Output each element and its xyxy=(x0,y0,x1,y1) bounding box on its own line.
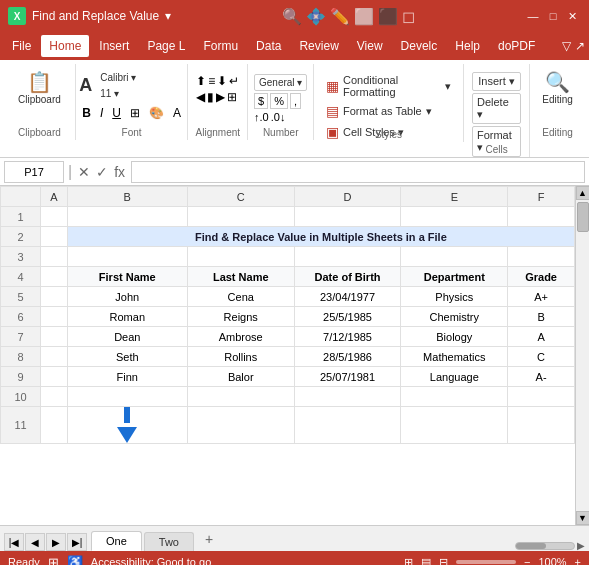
insert-function-icon[interactable]: fx xyxy=(112,162,127,182)
font-size-dropdown[interactable]: 11 ▾ xyxy=(96,86,140,101)
menu-insert[interactable]: Insert xyxy=(91,35,137,57)
cell-f5[interactable]: A+ xyxy=(508,287,575,307)
cell-d3[interactable] xyxy=(294,247,401,267)
align-top-button[interactable]: ⬆ xyxy=(196,74,206,88)
cell-b8[interactable]: Seth xyxy=(67,347,187,367)
sheet-last-button[interactable]: ▶| xyxy=(67,533,87,551)
menu-page-layout[interactable]: Page L xyxy=(139,35,193,57)
cell-a9[interactable] xyxy=(41,367,68,387)
cell-f1[interactable] xyxy=(508,207,575,227)
spreadsheet-grid[interactable]: A B C D E F 1 xyxy=(0,186,575,525)
cell-a11[interactable] xyxy=(41,407,68,444)
cell-b6[interactable]: Roman xyxy=(67,307,187,327)
window-controls[interactable]: — □ ✕ xyxy=(525,8,581,24)
cell-e10[interactable] xyxy=(401,387,508,407)
cell-b5[interactable]: John xyxy=(67,287,187,307)
cell-b3[interactable] xyxy=(67,247,187,267)
cell-f9[interactable]: A- xyxy=(508,367,575,387)
cell-reference-input[interactable] xyxy=(4,161,64,183)
sheet-tab-one[interactable]: One xyxy=(91,531,142,551)
cell-a3[interactable] xyxy=(41,247,68,267)
zoom-in-button[interactable]: + xyxy=(575,556,581,565)
font-name-dropdown[interactable]: Calibri ▾ xyxy=(96,70,140,85)
clipboard-button[interactable]: 📋 Clipboard xyxy=(12,68,67,109)
menu-dopdf[interactable]: doPDF xyxy=(490,35,543,57)
view-normal-icon[interactable]: ⊞ xyxy=(404,556,413,566)
percent-button[interactable]: % xyxy=(270,93,288,109)
cell-e1[interactable] xyxy=(401,207,508,227)
cell-d5[interactable]: 23/04/1977 xyxy=(294,287,401,307)
bold-button[interactable]: B xyxy=(79,105,94,121)
menu-home[interactable]: Home xyxy=(41,35,89,57)
cell-f7[interactable]: A xyxy=(508,327,575,347)
cell-e3[interactable] xyxy=(401,247,508,267)
cell-e5[interactable]: Physics xyxy=(401,287,508,307)
cell-e8[interactable]: Mathematics xyxy=(401,347,508,367)
cell-a2[interactable] xyxy=(41,227,68,247)
cell-c10[interactable] xyxy=(187,387,294,407)
cell-a5[interactable] xyxy=(41,287,68,307)
formula-input[interactable] xyxy=(131,161,585,183)
cell-d1[interactable] xyxy=(294,207,401,227)
cell-c9[interactable]: Balor xyxy=(187,367,294,387)
scroll-thumb[interactable] xyxy=(577,202,589,232)
decrease-decimal-button[interactable]: .0↓ xyxy=(271,111,286,123)
scroll-down-button[interactable]: ▼ xyxy=(576,511,590,525)
view-layout-icon[interactable]: ▤ xyxy=(421,556,431,566)
menu-review[interactable]: Review xyxy=(291,35,346,57)
cell-d8[interactable]: 28/5/1986 xyxy=(294,347,401,367)
sheet-nav[interactable]: |◀ ◀ ▶ ▶| xyxy=(4,533,87,551)
scroll-up-button[interactable]: ▲ xyxy=(576,186,590,200)
currency-button[interactable]: $ xyxy=(254,93,268,109)
cell-d10[interactable] xyxy=(294,387,401,407)
minimize-button[interactable]: — xyxy=(525,8,541,24)
number-format-dropdown[interactable]: General ▾ xyxy=(254,74,307,91)
cell-e9[interactable]: Language xyxy=(401,367,508,387)
confirm-formula-icon[interactable]: ✓ xyxy=(94,162,110,182)
cell-b10[interactable] xyxy=(67,387,187,407)
merge-button[interactable]: ⊞ xyxy=(227,90,237,104)
cell-e6[interactable]: Chemistry xyxy=(401,307,508,327)
editing-button[interactable]: 🔍 Editing xyxy=(536,68,579,109)
menu-help[interactable]: Help xyxy=(447,35,488,57)
cell-c1[interactable] xyxy=(187,207,294,227)
cell-a6[interactable] xyxy=(41,307,68,327)
zoom-out-button[interactable]: − xyxy=(524,556,530,565)
align-bottom-button[interactable]: ⬇ xyxy=(217,74,227,88)
cell-f10[interactable] xyxy=(508,387,575,407)
sheet-first-button[interactable]: |◀ xyxy=(4,533,24,551)
zoom-slider[interactable] xyxy=(456,560,516,564)
cell-a1[interactable] xyxy=(41,207,68,227)
conditional-formatting-button[interactable]: ▦ Conditional Formatting ▾ xyxy=(322,72,455,100)
increase-decimal-button[interactable]: ↑.0 xyxy=(254,111,269,123)
menu-data[interactable]: Data xyxy=(248,35,289,57)
cell-c8[interactable]: Rollins xyxy=(187,347,294,367)
vertical-scrollbar[interactable]: ▲ ▼ xyxy=(575,186,589,525)
comma-button[interactable]: , xyxy=(290,93,301,109)
view-page-break-icon[interactable]: ⊟ xyxy=(439,556,448,566)
underline-button[interactable]: U xyxy=(109,105,124,121)
cell-d7[interactable]: 7/12/1985 xyxy=(294,327,401,347)
cell-f3[interactable] xyxy=(508,247,575,267)
cell-c7[interactable]: Ambrose xyxy=(187,327,294,347)
cell-c5[interactable]: Cena xyxy=(187,287,294,307)
font-color-button[interactable]: A xyxy=(170,105,184,121)
cell-d6[interactable]: 25/5/1985 xyxy=(294,307,401,327)
align-right-button[interactable]: ▶ xyxy=(216,90,225,104)
align-left-button[interactable]: ◀ xyxy=(196,90,205,104)
cell-c6[interactable]: Reigns xyxy=(187,307,294,327)
border-button[interactable]: ⊞ xyxy=(127,105,143,121)
cell-a7[interactable] xyxy=(41,327,68,347)
cell-c3[interactable] xyxy=(187,247,294,267)
cell-c11[interactable] xyxy=(187,407,294,444)
close-button[interactable]: ✕ xyxy=(565,8,581,24)
accessibility-icon[interactable]: ♿ xyxy=(67,555,83,566)
cell-d11[interactable] xyxy=(294,407,401,444)
scroll-right-arrow[interactable]: ▶ xyxy=(577,540,585,551)
menu-developer[interactable]: Develc xyxy=(393,35,446,57)
ribbon-collapse-icon[interactable]: ▽ xyxy=(562,39,571,53)
menu-view[interactable]: View xyxy=(349,35,391,57)
share-icon[interactable]: ↗ xyxy=(575,39,585,53)
cell-a4[interactable] xyxy=(41,267,68,287)
align-middle-button[interactable]: ≡ xyxy=(208,74,215,88)
